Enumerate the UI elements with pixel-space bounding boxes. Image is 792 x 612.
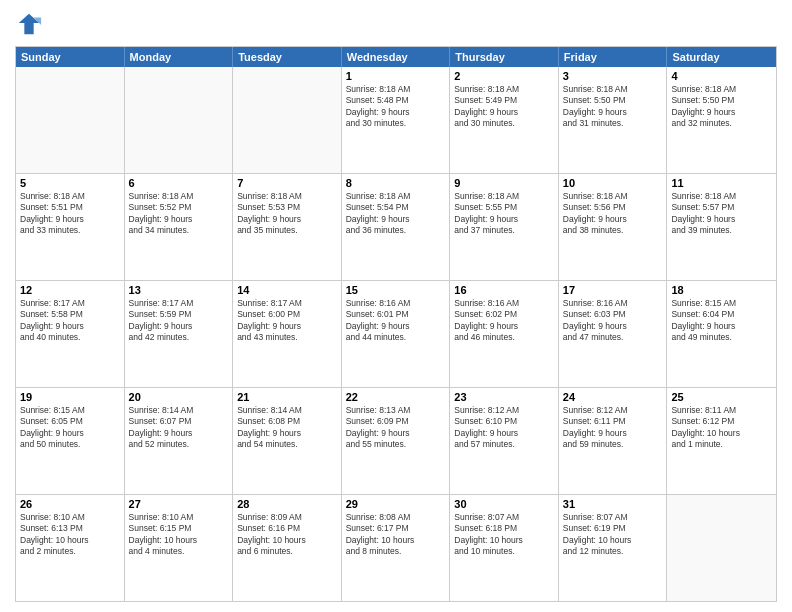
weekday-header-monday: Monday (125, 47, 234, 67)
day-info: Sunrise: 8:18 AM Sunset: 5:49 PM Dayligh… (454, 84, 554, 130)
day-info: Sunrise: 8:07 AM Sunset: 6:18 PM Dayligh… (454, 512, 554, 558)
day-cell-18: 18Sunrise: 8:15 AM Sunset: 6:04 PM Dayli… (667, 281, 776, 387)
day-number: 10 (563, 177, 663, 189)
day-cell-20: 20Sunrise: 8:14 AM Sunset: 6:07 PM Dayli… (125, 388, 234, 494)
day-info: Sunrise: 8:18 AM Sunset: 5:54 PM Dayligh… (346, 191, 446, 237)
day-cell-10: 10Sunrise: 8:18 AM Sunset: 5:56 PM Dayli… (559, 174, 668, 280)
day-info: Sunrise: 8:18 AM Sunset: 5:57 PM Dayligh… (671, 191, 772, 237)
day-number: 9 (454, 177, 554, 189)
day-number: 1 (346, 70, 446, 82)
day-number: 8 (346, 177, 446, 189)
day-info: Sunrise: 8:17 AM Sunset: 6:00 PM Dayligh… (237, 298, 337, 344)
day-info: Sunrise: 8:12 AM Sunset: 6:11 PM Dayligh… (563, 405, 663, 451)
calendar-row-2: 12Sunrise: 8:17 AM Sunset: 5:58 PM Dayli… (16, 280, 776, 387)
day-cell-11: 11Sunrise: 8:18 AM Sunset: 5:57 PM Dayli… (667, 174, 776, 280)
day-info: Sunrise: 8:14 AM Sunset: 6:07 PM Dayligh… (129, 405, 229, 451)
day-info: Sunrise: 8:10 AM Sunset: 6:13 PM Dayligh… (20, 512, 120, 558)
day-cell-28: 28Sunrise: 8:09 AM Sunset: 6:16 PM Dayli… (233, 495, 342, 601)
day-info: Sunrise: 8:12 AM Sunset: 6:10 PM Dayligh… (454, 405, 554, 451)
weekday-header-thursday: Thursday (450, 47, 559, 67)
day-number: 22 (346, 391, 446, 403)
day-cell-7: 7Sunrise: 8:18 AM Sunset: 5:53 PM Daylig… (233, 174, 342, 280)
weekday-header-sunday: Sunday (16, 47, 125, 67)
day-info: Sunrise: 8:11 AM Sunset: 6:12 PM Dayligh… (671, 405, 772, 451)
day-number: 19 (20, 391, 120, 403)
weekday-header-tuesday: Tuesday (233, 47, 342, 67)
day-number: 2 (454, 70, 554, 82)
day-number: 25 (671, 391, 772, 403)
day-cell-29: 29Sunrise: 8:08 AM Sunset: 6:17 PM Dayli… (342, 495, 451, 601)
day-info: Sunrise: 8:17 AM Sunset: 5:59 PM Dayligh… (129, 298, 229, 344)
day-info: Sunrise: 8:18 AM Sunset: 5:55 PM Dayligh… (454, 191, 554, 237)
day-number: 14 (237, 284, 337, 296)
day-info: Sunrise: 8:18 AM Sunset: 5:48 PM Dayligh… (346, 84, 446, 130)
day-info: Sunrise: 8:14 AM Sunset: 6:08 PM Dayligh… (237, 405, 337, 451)
day-cell-9: 9Sunrise: 8:18 AM Sunset: 5:55 PM Daylig… (450, 174, 559, 280)
day-number: 31 (563, 498, 663, 510)
empty-cell-4-6 (667, 495, 776, 601)
day-info: Sunrise: 8:07 AM Sunset: 6:19 PM Dayligh… (563, 512, 663, 558)
day-number: 11 (671, 177, 772, 189)
day-cell-8: 8Sunrise: 8:18 AM Sunset: 5:54 PM Daylig… (342, 174, 451, 280)
day-cell-1: 1Sunrise: 8:18 AM Sunset: 5:48 PM Daylig… (342, 67, 451, 173)
day-number: 21 (237, 391, 337, 403)
day-cell-12: 12Sunrise: 8:17 AM Sunset: 5:58 PM Dayli… (16, 281, 125, 387)
day-cell-6: 6Sunrise: 8:18 AM Sunset: 5:52 PM Daylig… (125, 174, 234, 280)
day-number: 29 (346, 498, 446, 510)
day-info: Sunrise: 8:18 AM Sunset: 5:50 PM Dayligh… (671, 84, 772, 130)
day-number: 6 (129, 177, 229, 189)
day-info: Sunrise: 8:16 AM Sunset: 6:03 PM Dayligh… (563, 298, 663, 344)
day-number: 15 (346, 284, 446, 296)
day-cell-22: 22Sunrise: 8:13 AM Sunset: 6:09 PM Dayli… (342, 388, 451, 494)
day-info: Sunrise: 8:18 AM Sunset: 5:50 PM Dayligh… (563, 84, 663, 130)
day-info: Sunrise: 8:15 AM Sunset: 6:04 PM Dayligh… (671, 298, 772, 344)
day-number: 13 (129, 284, 229, 296)
day-info: Sunrise: 8:18 AM Sunset: 5:51 PM Dayligh… (20, 191, 120, 237)
day-cell-19: 19Sunrise: 8:15 AM Sunset: 6:05 PM Dayli… (16, 388, 125, 494)
day-info: Sunrise: 8:16 AM Sunset: 6:01 PM Dayligh… (346, 298, 446, 344)
day-info: Sunrise: 8:09 AM Sunset: 6:16 PM Dayligh… (237, 512, 337, 558)
day-cell-30: 30Sunrise: 8:07 AM Sunset: 6:18 PM Dayli… (450, 495, 559, 601)
day-cell-17: 17Sunrise: 8:16 AM Sunset: 6:03 PM Dayli… (559, 281, 668, 387)
day-cell-24: 24Sunrise: 8:12 AM Sunset: 6:11 PM Dayli… (559, 388, 668, 494)
day-info: Sunrise: 8:10 AM Sunset: 6:15 PM Dayligh… (129, 512, 229, 558)
day-number: 4 (671, 70, 772, 82)
calendar: SundayMondayTuesdayWednesdayThursdayFrid… (15, 46, 777, 602)
day-cell-13: 13Sunrise: 8:17 AM Sunset: 5:59 PM Dayli… (125, 281, 234, 387)
day-cell-2: 2Sunrise: 8:18 AM Sunset: 5:49 PM Daylig… (450, 67, 559, 173)
day-number: 24 (563, 391, 663, 403)
weekday-header-friday: Friday (559, 47, 668, 67)
day-number: 7 (237, 177, 337, 189)
day-number: 20 (129, 391, 229, 403)
day-number: 30 (454, 498, 554, 510)
logo (15, 10, 47, 38)
day-number: 27 (129, 498, 229, 510)
day-number: 12 (20, 284, 120, 296)
empty-cell-0-1 (125, 67, 234, 173)
day-cell-25: 25Sunrise: 8:11 AM Sunset: 6:12 PM Dayli… (667, 388, 776, 494)
day-cell-4: 4Sunrise: 8:18 AM Sunset: 5:50 PM Daylig… (667, 67, 776, 173)
page: SundayMondayTuesdayWednesdayThursdayFrid… (0, 0, 792, 612)
day-number: 3 (563, 70, 663, 82)
day-number: 23 (454, 391, 554, 403)
day-cell-3: 3Sunrise: 8:18 AM Sunset: 5:50 PM Daylig… (559, 67, 668, 173)
day-number: 16 (454, 284, 554, 296)
day-number: 26 (20, 498, 120, 510)
weekday-header-saturday: Saturday (667, 47, 776, 67)
day-cell-27: 27Sunrise: 8:10 AM Sunset: 6:15 PM Dayli… (125, 495, 234, 601)
calendar-body: 1Sunrise: 8:18 AM Sunset: 5:48 PM Daylig… (16, 67, 776, 601)
day-cell-26: 26Sunrise: 8:10 AM Sunset: 6:13 PM Dayli… (16, 495, 125, 601)
day-number: 5 (20, 177, 120, 189)
day-info: Sunrise: 8:17 AM Sunset: 5:58 PM Dayligh… (20, 298, 120, 344)
day-number: 28 (237, 498, 337, 510)
day-info: Sunrise: 8:18 AM Sunset: 5:53 PM Dayligh… (237, 191, 337, 237)
calendar-row-0: 1Sunrise: 8:18 AM Sunset: 5:48 PM Daylig… (16, 67, 776, 173)
day-cell-31: 31Sunrise: 8:07 AM Sunset: 6:19 PM Dayli… (559, 495, 668, 601)
day-info: Sunrise: 8:18 AM Sunset: 5:56 PM Dayligh… (563, 191, 663, 237)
calendar-row-4: 26Sunrise: 8:10 AM Sunset: 6:13 PM Dayli… (16, 494, 776, 601)
day-cell-21: 21Sunrise: 8:14 AM Sunset: 6:08 PM Dayli… (233, 388, 342, 494)
day-info: Sunrise: 8:15 AM Sunset: 6:05 PM Dayligh… (20, 405, 120, 451)
day-number: 17 (563, 284, 663, 296)
day-info: Sunrise: 8:16 AM Sunset: 6:02 PM Dayligh… (454, 298, 554, 344)
svg-marker-0 (19, 14, 40, 35)
